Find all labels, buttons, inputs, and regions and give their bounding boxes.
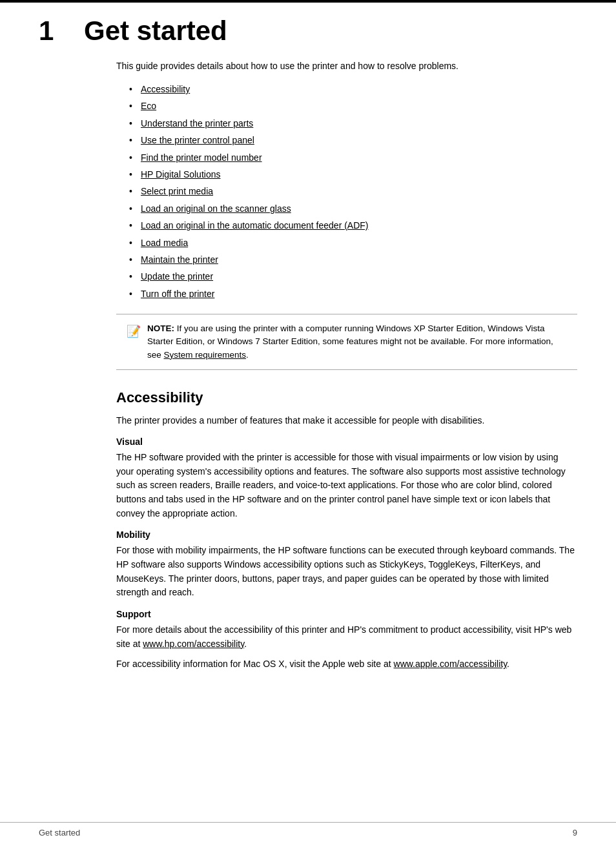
link-control-panel[interactable]: Use the printer control panel (141, 135, 254, 145)
section-title-accessibility: Accessibility (116, 389, 577, 406)
link-maintain[interactable]: Maintain the printer (141, 254, 218, 265)
subsection-mobility: Mobility For those with mobility impairm… (116, 529, 577, 600)
support-text-2-after: . (507, 659, 509, 669)
list-item: Accessibility (129, 82, 577, 96)
note-content: NOTE: If you are using the printer with … (147, 322, 567, 362)
accessibility-section: Accessibility The printer provides a num… (116, 389, 577, 672)
list-item: Maintain the printer (129, 252, 577, 267)
link-digital-solutions[interactable]: HP Digital Solutions (141, 169, 220, 180)
link-print-media[interactable]: Select print media (141, 186, 213, 196)
link-load-media[interactable]: Load media (141, 238, 188, 248)
list-item: HP Digital Solutions (129, 167, 577, 181)
chapter-number: 1 (39, 15, 84, 46)
footer-right: 9 (573, 828, 577, 838)
note-icon: 📝 (127, 323, 141, 340)
link-apple-accessibility[interactable]: www.apple.com/accessibility (394, 659, 508, 669)
note-text-after: . (246, 350, 249, 360)
link-turn-off[interactable]: Turn off the printer (141, 289, 214, 299)
mobility-body: For those with mobility impairments, the… (116, 544, 577, 600)
list-item: Find the printer model number (129, 150, 577, 165)
main-content: This guide provides details about how to… (116, 59, 577, 672)
list-item: Select print media (129, 184, 577, 198)
list-item: Update the printer (129, 269, 577, 283)
list-item: Turn off the printer (129, 287, 577, 301)
accessibility-intro: The printer provides a number of feature… (116, 414, 577, 427)
subsection-title-support: Support (116, 609, 577, 619)
support-body-2: For accessibility information for Mac OS… (116, 657, 577, 672)
list-item: Load an original in the automatic docume… (129, 218, 577, 232)
list-item: Load an original on the scanner glass (129, 201, 577, 216)
intro-text: This guide provides details about how to… (116, 59, 577, 73)
content: 1 Get started This guide provides detail… (0, 3, 616, 717)
support-text-1-after: . (244, 639, 247, 649)
link-model-number[interactable]: Find the printer model number (141, 152, 262, 163)
subsection-title-visual: Visual (116, 437, 577, 447)
link-accessibility[interactable]: Accessibility (141, 84, 190, 94)
link-system-requirements[interactable]: System requirements (164, 350, 247, 360)
visual-body: The HP software provided with the printe… (116, 451, 577, 520)
list-item: Eco (129, 99, 577, 113)
toc-list: Accessibility Eco Understand the printer… (129, 82, 577, 301)
list-item: Load media (129, 236, 577, 250)
support-text-2: For accessibility information for Mac OS… (116, 659, 394, 669)
subsection-support: Support For more details about the acces… (116, 609, 577, 672)
note-box: 📝 NOTE: If you are using the printer wit… (116, 314, 577, 370)
link-adf[interactable]: Load an original in the automatic docume… (141, 220, 369, 231)
link-printer-parts[interactable]: Understand the printer parts (141, 118, 253, 128)
page: 1 Get started This guide provides detail… (0, 0, 616, 853)
list-item: Use the printer control panel (129, 133, 577, 147)
chapter-title: Get started (84, 15, 227, 46)
link-scanner-glass[interactable]: Load an original on the scanner glass (141, 203, 291, 214)
list-item: Understand the printer parts (129, 116, 577, 130)
support-body-1: For more details about the accessibility… (116, 623, 577, 651)
link-eco[interactable]: Eco (141, 101, 156, 111)
footer-left: Get started (39, 828, 80, 838)
footer: Get started 9 (0, 822, 616, 838)
chapter-heading: 1 Get started (39, 15, 577, 46)
link-hp-accessibility[interactable]: www.hp.com/accessibility (143, 639, 244, 649)
subsection-title-mobility: Mobility (116, 529, 577, 540)
note-label: NOTE: (147, 324, 174, 333)
subsection-visual: Visual The HP software provided with the… (116, 437, 577, 520)
link-update[interactable]: Update the printer (141, 271, 213, 282)
